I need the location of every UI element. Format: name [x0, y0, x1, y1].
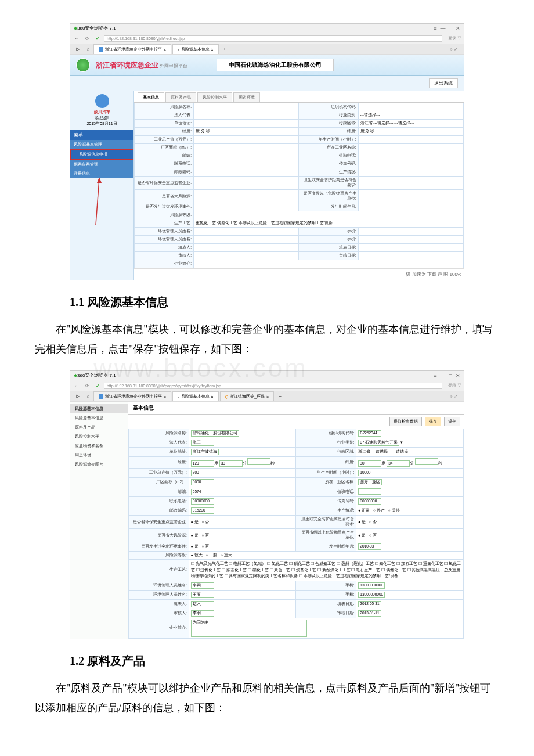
maximize-icon[interactable]: □ [449, 26, 452, 31]
menu-icon[interactable]: ≡ [434, 26, 436, 31]
mgr1-tel-input[interactable]: 13000000000 [358, 582, 385, 589]
subtab-material[interactable]: 原料及产品 [165, 92, 196, 102]
tab-extra[interactable]: Q浙江镇海区等_环保× [220, 391, 274, 401]
sidebar2-item[interactable]: 风险源简介图片 [70, 460, 128, 469]
audit-date-input[interactable]: 2013-01-11 [358, 610, 381, 617]
process-checkbox[interactable]: 磺化工艺 [248, 568, 270, 572]
duty-tel-input[interactable] [358, 488, 381, 495]
prod-status-radio[interactable]: 正常停产关停 [358, 508, 399, 513]
tab-main[interactable]: 浙江省环境应急企业外网申报平× [93, 391, 171, 401]
filler-input[interactable]: 赵六 [191, 601, 214, 607]
industry-select[interactable]: 07 石油和天然气开采 [358, 440, 399, 446]
tab-sub[interactable]: ▫风险源基本信息× [172, 391, 219, 401]
process-checkbox[interactable]: 合成氨工艺 [311, 561, 337, 566]
menu-header: 菜单 [70, 130, 134, 140]
save-button[interactable]: 保存 [425, 417, 441, 426]
close-icon[interactable]: ✕ [456, 373, 460, 379]
mgr2-tel-input[interactable]: 13000000000 [358, 592, 385, 598]
fill-date-input[interactable]: 2012-05-31 [358, 601, 381, 607]
subtab-env[interactable]: 周边环境 [233, 92, 260, 102]
zone-input[interactable]: 圆海工业区 [358, 479, 382, 485]
mgr1-input[interactable]: 李四 [191, 582, 214, 589]
process-checkbox[interactable]: 硝化工艺 [289, 561, 311, 566]
process-checkboxes[interactable]: 光气及光气化工艺 电解工艺（氯碱） 氯化工艺 硝化工艺 合成氨工艺 裂解（裂化）… [189, 560, 463, 581]
menu-icon[interactable]: ≡ [434, 373, 436, 379]
post-input[interactable]: 0574 [191, 489, 214, 495]
safety-radio[interactable]: 是否 [358, 520, 376, 525]
process-checkbox[interactable]: 重氮化工艺 [418, 561, 445, 566]
security-icon: ✔ [93, 34, 102, 42]
home-icon[interactable]: ⌂ [84, 45, 92, 53]
sidebar2-item[interactable]: 风险控制水平 [70, 432, 128, 441]
sidebar2-item[interactable]: 原料及产品 [70, 423, 128, 432]
address-bar[interactable]: http://192.168.31.180:8080/yjzh/redirect… [104, 35, 442, 42]
subtab-control[interactable]: 风险控制水平 [197, 92, 232, 102]
subtab-basic[interactable]: 基本信息 [138, 92, 164, 102]
process-checkbox[interactable]: 烷基化工艺 [291, 568, 317, 572]
company-name: 中国石化镇海炼油化工股份有限公司 [217, 59, 334, 71]
orgcode-input[interactable]: B2252344 [358, 430, 381, 437]
legal-input[interactable]: 张三 [191, 440, 214, 446]
menu-group-register[interactable]: 注册信息 [70, 169, 134, 178]
bigrisk-radio[interactable]: 是否 [191, 533, 209, 538]
minimize-icon[interactable]: — [441, 373, 446, 379]
address-bar[interactable]: http://192.168.31.180:8080/yjzh/pages/qy… [104, 383, 442, 389]
auditor-input[interactable]: 李明 [191, 610, 214, 617]
sidebar2-item[interactable]: 风险源基本信息 [70, 413, 128, 423]
process-checkbox[interactable]: 偶氮化工艺 [381, 568, 407, 572]
fax-input[interactable]: 00000000 [358, 498, 381, 505]
process-checkbox[interactable]: 聚合工艺 [270, 568, 292, 572]
process-checkbox[interactable]: 加氢工艺 [396, 561, 418, 566]
back-icon[interactable]: ← [73, 34, 81, 42]
output-input[interactable]: 300 [191, 470, 214, 476]
sidebar2-item[interactable]: 应急物资和装备 [70, 441, 128, 451]
process-checkbox[interactable]: 胺基化工艺 [222, 568, 248, 572]
process-checkbox[interactable]: 过氧化工艺 [196, 568, 222, 572]
window-controls[interactable]: ≡ — □ ✕ [434, 373, 460, 379]
maximize-icon[interactable]: □ [449, 373, 452, 379]
name-input[interactable]: 智维油化工股份有限公司 [191, 430, 239, 437]
mgr2-input[interactable]: 王五 [191, 592, 214, 598]
event-radio[interactable]: 是否 [191, 544, 209, 549]
submit-button[interactable]: 提交 [444, 417, 460, 426]
process-checkbox[interactable]: 不涉及以上危险工艺过程或国家规定的禁用工艺/设备 [299, 574, 398, 578]
process-checkbox[interactable]: 新型煤化工工艺 [317, 568, 352, 572]
reload-icon[interactable]: ⟳ [83, 381, 91, 390]
minimize-icon[interactable]: — [441, 26, 446, 31]
tab-strip: ▷ ⌂ 浙江省环境应急企业外网申报平× ▫风险源基本信息× Q浙江镇海区等_环保… [70, 391, 464, 401]
process-checkbox[interactable]: 电石生产工艺 [351, 568, 381, 572]
process-checkbox[interactable]: 光气及光气化工艺 [191, 561, 229, 566]
menu-group-plan[interactable]: 预案备案管理 [70, 160, 134, 169]
home-icon[interactable]: ⌂ [84, 393, 92, 401]
region-select[interactable]: 浙江省 ---请选择--- ---请选择--- [356, 448, 464, 457]
process-checkbox[interactable]: 电解工艺（氯碱） [229, 561, 267, 566]
logout-button[interactable]: 退出系统 [429, 78, 458, 88]
back-icon[interactable]: ← [73, 381, 81, 390]
form-table-filled: 风险源名称:智维油化工股份有限公司组织机构代码:B2252344 法人代表:张三… [128, 429, 464, 638]
window-controls[interactable]: ≡ — □ ✕ [434, 26, 460, 31]
app-header: 浙江省环境应急企业 外网申报平台 中国石化镇海炼油化工股份有限公司 [70, 55, 464, 76]
zip-input[interactable]: 315200 [191, 507, 214, 514]
process-checkbox[interactable]: 裂解（裂化）工艺 [337, 561, 375, 566]
event-time-input[interactable]: 2010-03 [358, 543, 381, 550]
process-checkbox[interactable]: 氟化工艺 [375, 561, 397, 566]
menu-group-risk[interactable]: 风险源基本管理 [70, 140, 134, 149]
tab-main[interactable]: 浙江省环境应急企业外网申报平× [93, 44, 171, 54]
sidebar2-item[interactable]: 周边环境 [70, 451, 128, 460]
tel-input[interactable]: 00000000 [191, 498, 214, 505]
hazard-radio[interactable]: 是否 [358, 533, 376, 538]
supervise-radio[interactable]: 是否 [191, 520, 209, 525]
addr-input[interactable]: 浙江宁波镇海 [191, 449, 219, 455]
process-checkbox[interactable]: 具有国家规定限制的类工艺名称和设备 [225, 574, 300, 578]
area-input[interactable]: 5000 [191, 479, 214, 485]
level-radio[interactable]: 较大一般重大 [191, 553, 232, 558]
fetch-button[interactable]: 提取检查数据 [389, 417, 422, 426]
hours-input[interactable]: 10000 [358, 470, 381, 476]
security-icon: ✔ [93, 381, 102, 390]
reload-icon[interactable]: ⟳ [83, 34, 91, 42]
intro-textarea[interactable]: 为国为名 [191, 620, 307, 637]
close-icon[interactable]: ✕ [456, 26, 460, 31]
menu-item-declare[interactable]: 风险源信息申报 [70, 149, 134, 160]
tab-sub[interactable]: ▫风险源基本信息× [172, 44, 219, 54]
process-checkbox[interactable]: 氯化工艺 [267, 561, 289, 566]
